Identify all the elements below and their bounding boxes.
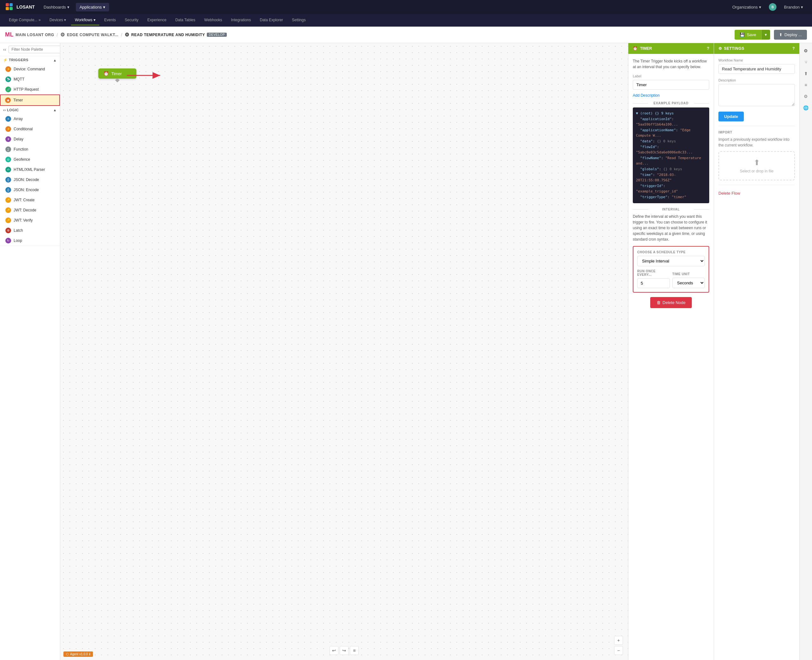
logic-html-parser[interactable]: ‹/› HTML/XML Parser bbox=[0, 165, 60, 175]
applications-nav-btn[interactable]: Applications ▾ bbox=[76, 3, 109, 11]
far-icon-globe[interactable]: 🌐 bbox=[801, 103, 811, 113]
timer-label-field-label: Label bbox=[633, 74, 709, 78]
delete-node-button[interactable]: 🗑 Delete Node bbox=[650, 297, 692, 308]
logic-jwt-create[interactable]: 🔑 JWT: Create bbox=[0, 195, 60, 205]
description-textarea[interactable] bbox=[718, 84, 795, 106]
breadcrumb-app: ⚙ EDGE COMPUTE WALKT... bbox=[60, 32, 118, 38]
time-unit-label: Time Unit bbox=[672, 272, 705, 276]
timer-panel-body: The Timer Trigger Node kicks off a workf… bbox=[628, 54, 713, 316]
zoom-out-btn[interactable]: − bbox=[614, 646, 623, 655]
logic-dot-geofence: ◎ bbox=[5, 157, 11, 162]
settings-help-icon[interactable]: ? bbox=[792, 46, 795, 51]
timer-node-icon: ⏰ bbox=[103, 71, 109, 76]
triggers-section: ⚡ Triggers ▲ ⚡ Device: Command 📡 MQTT 🔗 … bbox=[0, 56, 60, 106]
zoom-in-btn[interactable]: + bbox=[614, 636, 623, 645]
subnav-integrations[interactable]: Integrations bbox=[227, 15, 255, 25]
import-description: Import a previously exported workflow in… bbox=[718, 136, 795, 148]
time-unit-select[interactable]: Seconds Minutes Hours bbox=[672, 278, 705, 288]
settings-header-title: SETTINGS bbox=[724, 46, 744, 51]
subnav-webhooks[interactable]: Webhooks bbox=[200, 15, 226, 25]
logic-dot-jwt-create: 🔑 bbox=[5, 197, 11, 203]
palette-item[interactable]: 🔗 HTTP Request bbox=[0, 84, 60, 94]
settings-divider bbox=[718, 126, 795, 126]
logic-section: ‹› Logic ▲ ≡ Array ⚡ Conditional ⏸ Delay… bbox=[0, 106, 60, 246]
main-layout: ‹‹ ⚡ Triggers ▲ ⚡ Device: Command 📡 MQTT bbox=[0, 43, 812, 660]
deploy-button[interactable]: ⬆ Deploy ... bbox=[774, 30, 807, 40]
logic-header[interactable]: ‹› Logic ▲ bbox=[0, 106, 60, 114]
logic-function[interactable]: ∑ Function bbox=[0, 144, 60, 154]
subnav-events[interactable]: Events bbox=[100, 15, 120, 25]
workflow-name-input[interactable] bbox=[718, 64, 795, 74]
subnav-settings[interactable]: Settings bbox=[288, 15, 309, 25]
palette-item[interactable]: 📡 MQTT bbox=[0, 74, 60, 84]
logic-dot-array: ≡ bbox=[5, 116, 11, 122]
undo-btn[interactable]: ↩ bbox=[330, 646, 338, 655]
logic-geofence[interactable]: ◎ Geofence bbox=[0, 154, 60, 165]
svg-rect-2 bbox=[6, 7, 9, 10]
logic-dot-json-decode: {} bbox=[5, 177, 11, 182]
timer-help-icon[interactable]: ? bbox=[707, 46, 709, 51]
organizations-btn[interactable]: Organizations ▾ bbox=[729, 3, 765, 11]
run-once-input[interactable] bbox=[637, 278, 670, 288]
interval-description: Define the interval at which you want th… bbox=[633, 214, 709, 242]
node-connector bbox=[115, 78, 119, 82]
canvas-grid[interactable]: ⏰ Timer + − ↩ ↪ bbox=[60, 43, 628, 660]
avatar: B bbox=[769, 3, 777, 11]
logic-delay[interactable]: ⏸ Delay bbox=[0, 134, 60, 144]
breadcrumb-flow: ⚙ READ TEMPERATURE AND HUMIDITY develop bbox=[125, 32, 227, 38]
save-dropdown-btn[interactable]: ▾ bbox=[761, 30, 770, 40]
far-icon-layers[interactable]: ≡ bbox=[801, 80, 811, 90]
logo: LOSANT bbox=[5, 3, 35, 11]
subnav-security[interactable]: Security bbox=[121, 15, 142, 25]
search-input[interactable] bbox=[9, 46, 60, 53]
settings-panel-header: ⚙ SETTINGS ? bbox=[714, 43, 799, 54]
dashboards-nav-btn[interactable]: Dashboards ▾ bbox=[40, 3, 73, 11]
logic-dot-conditional: ⚡ bbox=[5, 126, 11, 132]
triggers-header[interactable]: ⚡ Triggers ▲ bbox=[0, 56, 60, 64]
redo-btn[interactable]: ↪ bbox=[340, 646, 349, 655]
schedule-type-label: Choose a Schedule Type bbox=[637, 251, 705, 254]
update-button[interactable]: Update bbox=[718, 112, 744, 121]
example-payload-divider: EXAMPLE PAYLOAD bbox=[633, 102, 709, 105]
logic-json-decode[interactable]: {} JSON: Decode bbox=[0, 175, 60, 185]
far-icon-config[interactable]: ⚙ bbox=[801, 91, 811, 102]
logic-latch[interactable]: ⚙ Latch bbox=[0, 225, 60, 236]
import-divider bbox=[718, 185, 795, 185]
add-description-link[interactable]: Add Description bbox=[633, 93, 660, 98]
menu-btn[interactable]: ≡ bbox=[350, 646, 359, 655]
timer-label-input[interactable] bbox=[633, 80, 709, 90]
import-title: IMPORT bbox=[718, 131, 795, 134]
subnav-edge-compute[interactable]: Edge Compute... » bbox=[5, 15, 44, 25]
subnav-workflows[interactable]: Workflows ▾ bbox=[71, 15, 99, 25]
delete-flow-button[interactable]: Delete Flow bbox=[718, 190, 740, 197]
agent-badge: ⬡ Agent v1.0.0 ℹ bbox=[64, 651, 93, 657]
schedule-type-select[interactable]: Simple Interval Advanced Cron Specific D… bbox=[637, 256, 705, 266]
logic-array[interactable]: ≡ Array bbox=[0, 114, 60, 124]
far-icon-branch[interactable]: ⑂ bbox=[801, 57, 811, 67]
logic-jwt-decode[interactable]: 🔑 JWT: Decode bbox=[0, 205, 60, 215]
user-menu-btn[interactable]: Brandon ▾ bbox=[780, 3, 807, 11]
import-drop-area[interactable]: ⬆ Select or drop in file bbox=[718, 151, 795, 180]
logic-loop[interactable]: ↻ Loop bbox=[0, 236, 60, 246]
timer-header-title: TIMER bbox=[640, 46, 652, 51]
palette-item-timer[interactable]: ⏰ Timer bbox=[0, 94, 60, 106]
logic-dot-loop: ↻ bbox=[5, 238, 11, 243]
save-btn-group: 💾 Save ▾ bbox=[735, 30, 770, 40]
description-label: Description bbox=[718, 78, 795, 82]
palette-back-btn[interactable]: ‹‹ bbox=[3, 46, 7, 52]
far-icon-upload[interactable]: ⬆ bbox=[801, 68, 811, 79]
far-icon-settings[interactable]: ⚙ bbox=[801, 46, 811, 56]
node-palette: ‹‹ ⚡ Triggers ▲ ⚡ Device: Command 📡 MQTT bbox=[0, 43, 60, 660]
subnav-devices[interactable]: Devices ▾ bbox=[46, 15, 70, 25]
subnav-experience[interactable]: Experience bbox=[144, 15, 170, 25]
palette-item[interactable]: ⚡ Device: Command bbox=[0, 64, 60, 74]
canvas-controls: + − bbox=[614, 636, 623, 655]
save-button[interactable]: 💾 Save bbox=[735, 30, 761, 40]
svg-rect-0 bbox=[6, 3, 9, 6]
subnav-data-explorer[interactable]: Data Explorer bbox=[256, 15, 287, 25]
logo-icon bbox=[5, 3, 14, 11]
logic-jwt-verify[interactable]: 🔑 JWT: Verify bbox=[0, 215, 60, 225]
logic-json-encode[interactable]: {} JSON: Encode bbox=[0, 185, 60, 195]
logic-conditional[interactable]: ⚡ Conditional bbox=[0, 124, 60, 134]
subnav-data-tables[interactable]: Data Tables bbox=[172, 15, 199, 25]
